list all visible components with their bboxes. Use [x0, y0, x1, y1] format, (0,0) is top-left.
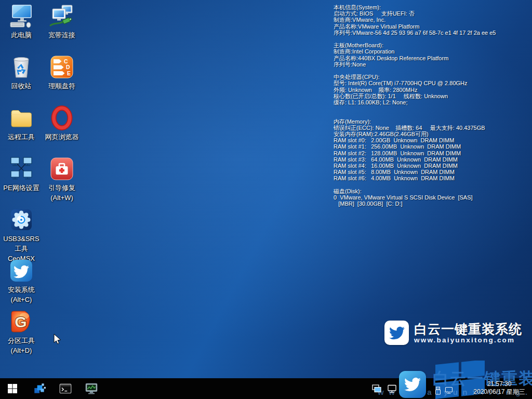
- desktop-icon-partition-tool[interactable]: G 分区工具 (Alt+D): [1, 307, 42, 357]
- twitter-bird-icon: [9, 258, 34, 283]
- drive-letter-c: C: [64, 58, 68, 64]
- clock-time: 21:57:30: [469, 380, 530, 388]
- icon-label: PE网络设置: [3, 183, 39, 193]
- display-tray-icon[interactable]: [445, 387, 453, 394]
- system-info-line: 内存(Memory):: [334, 118, 496, 125]
- icon-label: 远程工具: [8, 132, 35, 142]
- system-info-line: 序列号:VMware-56 4d 25 93 96 a7 6f 58-7c e1…: [334, 30, 496, 36]
- windows-start-icon: [7, 383, 18, 394]
- system-info-line: RAM slot #3: 64.00MB Unknown DRAM DIMM: [334, 156, 496, 163]
- opera-browser-icon: [49, 105, 74, 130]
- clock-date: 2020/06/17 星期三: [469, 388, 530, 396]
- taskbar-registry-tool-button[interactable]: [27, 378, 52, 399]
- system-info-line: 本机信息(System):: [334, 4, 496, 10]
- folder-icon: [9, 105, 34, 130]
- system-info-line: RAM slot #6: 4.00MB Unknown DRAM DIMM: [334, 175, 496, 181]
- broadband-connection-icon: [49, 4, 74, 29]
- icon-label: 分区工具 (Alt+D): [8, 336, 35, 355]
- system-info-line: 制造商:Intel Corporation: [334, 48, 496, 55]
- taskbar: 21:57:30 2020/06/17 星期三: [0, 378, 532, 399]
- network-monitor-tray-icon[interactable]: [387, 384, 397, 393]
- network-settings-icon: [9, 156, 34, 181]
- performance-monitor-icon: [85, 382, 98, 395]
- first-aid-kit-icon: [49, 156, 74, 181]
- icon-label: 安装系统 (Alt+C): [8, 285, 35, 304]
- system-info-line: 中央处理器(CPU):: [334, 74, 496, 80]
- desktop-icon-pe-network[interactable]: PE网络设置: [1, 154, 42, 205]
- system-info-line: 产品名称:VMware Virtual Platform: [334, 23, 496, 30]
- drive-letter-sort-icon: C D E: [49, 55, 74, 79]
- desktop-icon-remote-tools[interactable]: 远程工具: [1, 103, 42, 154]
- system-info-line: RAM slot #4: 16.00MB Unknown DRAM DIMM: [334, 163, 496, 169]
- system-info-line: [334, 68, 496, 74]
- system-info-panel: 本机信息(System):启动方式: BIOS 支持UEFI: 否制造商:VMw…: [334, 4, 496, 207]
- system-info-line: RAM slot #0: 2.00GB Unknown DRAM DIMM: [334, 137, 496, 143]
- system-info-line: 0 VMware, VMware Virtual S SCSI Disk Dev…: [334, 194, 496, 201]
- desktop-icon-recycle-bin[interactable]: 回收站: [1, 52, 42, 103]
- drive-letter-e: E: [67, 70, 71, 76]
- brand-title: 白云一键重装系统: [414, 322, 522, 336]
- system-info-line: 安装内存(RAM):2.46GB(2.46GB可用): [334, 131, 496, 137]
- usb-device-tray-icon[interactable]: [434, 387, 442, 395]
- system-info-line: RAM slot #2: 128.00MB Unknown DRAM DIMM: [334, 150, 496, 156]
- desktop-icon-web-browser[interactable]: 网页浏览器: [42, 103, 82, 154]
- display-duo-tray-icon[interactable]: [372, 384, 382, 393]
- driver-tool-gear-icon: [9, 207, 34, 232]
- taskbar-task-manager-button[interactable]: [79, 378, 104, 399]
- registry-cubes-icon: [33, 382, 46, 395]
- system-info-line: 产品名称:440BX Desktop Reference Platform: [334, 55, 496, 61]
- computer-icon: [9, 4, 34, 29]
- recycle-bin-icon: [9, 55, 34, 79]
- system-info-line: 核心数(已开启/总数): 1/1 线程数: Unknown: [334, 93, 496, 99]
- desktop: 本机信息(System):启动方式: BIOS 支持UEFI: 否制造商:VMw…: [0, 0, 532, 399]
- system-info-line: [334, 105, 496, 112]
- system-info-line: 外频: Unknown 频率: 2800MHz: [334, 87, 496, 93]
- desktop-icon-usb3-srs[interactable]: USB3&SRS 工具CeoMSX: [1, 205, 42, 256]
- taskbar-twitter-app[interactable]: [399, 371, 426, 398]
- desktop-icon-this-pc[interactable]: 此电脑: [1, 1, 42, 52]
- tray-overflow-icons: [434, 387, 453, 395]
- system-info-line: 启动方式: BIOS 支持UEFI: 否: [334, 10, 496, 17]
- brand-watermark: 白云一键重装系统 www.baiyunxitong.com: [384, 321, 522, 345]
- desktop-icon-install-system[interactable]: 安装系统 (Alt+C): [1, 256, 42, 307]
- icon-label: 理顺盘符: [48, 81, 75, 91]
- brand-logo: [384, 321, 409, 345]
- diskgenius-icon: G: [9, 309, 34, 334]
- system-info-line: 序列号:None: [334, 61, 496, 68]
- system-info-line: [334, 182, 496, 188]
- system-info-line: RAM slot #5: 8.00MB Unknown DRAM DIMM: [334, 169, 496, 175]
- system-info-line: 磁盘(Disk):: [334, 188, 496, 194]
- twitter-bird-icon: [389, 325, 405, 341]
- system-info-line: [MBR] [30.00GB] [C: D:]: [334, 201, 496, 207]
- system-info-line: RAM slot #1: 256.00MB Unknown DRAM DIMM: [334, 143, 496, 150]
- desktop-icon-broadband[interactable]: 宽带连接: [42, 1, 82, 52]
- taskbar-clock[interactable]: 21:57:30 2020/06/17 星期三: [469, 380, 530, 396]
- system-info-line: 缓存: L1: 16.00KB; L2: None;: [334, 99, 496, 105]
- desktop-icon-boot-repair[interactable]: 引导修复 (Alt+W): [42, 154, 82, 205]
- system-info-line: [334, 36, 496, 42]
- icon-label: 此电脑: [11, 30, 32, 40]
- system-info-line: 错误纠正(ECC): None 插槽数: 64 最大支持: 40.4375GB: [334, 125, 496, 131]
- icon-label: 回收站: [11, 81, 32, 91]
- icon-label: 引导修复 (Alt+W): [48, 183, 75, 203]
- icon-label: 网页浏览器: [45, 132, 79, 142]
- partition-letter-g: G: [15, 313, 26, 330]
- desktop-icon-drive-letters[interactable]: C D E 理顺盘符: [42, 52, 82, 103]
- command-prompt-icon: [59, 382, 72, 395]
- twitter-bird-icon: [404, 376, 421, 393]
- icon-label: 宽带连接: [48, 30, 75, 40]
- system-info-line: [334, 112, 496, 118]
- taskbar-cmd-button[interactable]: [53, 378, 78, 399]
- brand-url: www.baiyunxitong.com: [414, 336, 522, 344]
- system-info-line: 制造商:VMware, Inc.: [334, 17, 496, 23]
- system-info-line: 型号: Intel(R) Core(TM) i7-7700HQ CPU @ 2.…: [334, 80, 496, 86]
- drive-letter-d: D: [66, 64, 70, 70]
- start-button[interactable]: [0, 378, 25, 399]
- system-tray: [372, 378, 397, 399]
- system-info-line: 主板(MotherBoard):: [334, 42, 496, 48]
- desktop-icon-grid: 此电脑 宽带连接: [1, 1, 82, 357]
